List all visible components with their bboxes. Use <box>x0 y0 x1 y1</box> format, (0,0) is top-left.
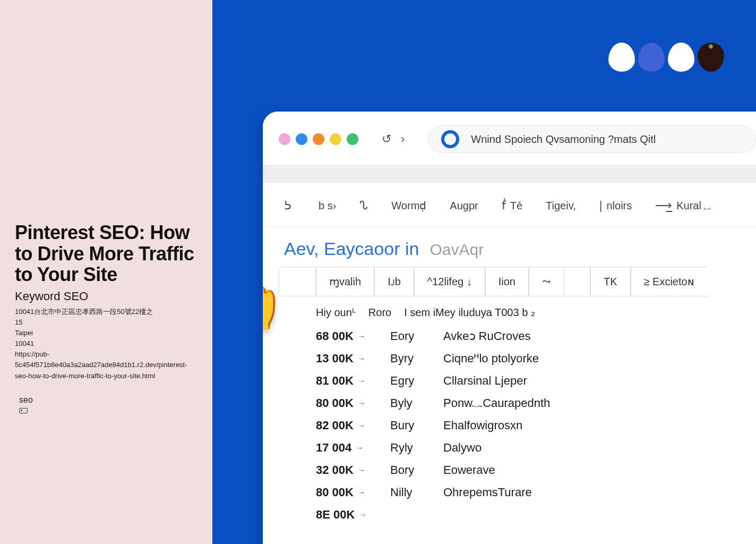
table-row[interactable]: 80 00K→BylyPonw⎵.Caurapednth <box>316 392 756 414</box>
toolbar-icon-5: ḟ <box>502 199 506 212</box>
row-volume: 17 004→ <box>316 441 374 455</box>
results-list: 68 00K→EoryAvkeɔ RuCroves 13 00K→ByryCiq… <box>263 322 756 526</box>
toolbar-item-1[interactable]: b s› <box>319 200 336 212</box>
table-row[interactable]: 32 00K→BoryEowerave <box>316 459 756 481</box>
address-bar[interactable]: Wnind Spoiech Qvsamoning ?mats Qitl <box>428 125 756 153</box>
filter-2[interactable]: ^12lifeg ↓ <box>414 267 485 296</box>
toolbar-item-2[interactable]: ᔐ <box>359 199 368 212</box>
toolbar-icon-0: ᕊ <box>284 199 291 212</box>
city: Taipei <box>15 328 197 338</box>
table-row[interactable]: 68 00K→EoryAvkeɔ RuCroves <box>316 325 756 347</box>
toolbar-item-8[interactable]: ⟶̲Kural ⎵ <box>655 199 710 212</box>
toolbar-icon-2: ᔐ <box>359 199 368 212</box>
dot-2 <box>296 133 307 145</box>
meta-block: 10041台北市中正區忠孝西路一段50號22樓之 15 Taipei 10041… <box>15 307 197 381</box>
section-heading: Aev, Eaycaoor in OavAqr <box>263 227 756 267</box>
logo-shape-1 <box>608 42 635 72</box>
window-controls <box>279 133 358 145</box>
reload-icon[interactable]: ↺ <box>382 132 391 146</box>
row-term: Ciqneᴴlo ptolyorke <box>443 352 539 366</box>
browser-window: ↺ › Wnind Spoiech Qvsamoning ?mats Qitl … <box>263 112 756 544</box>
row-term: Cllarsinal Ljeper <box>443 374 527 388</box>
summary-row: Hiy ounᴸ Roro I sem iMey iluduya T003 b … <box>263 296 756 322</box>
address-line-1: 10041台北市中正區忠孝西路一段50號22樓之 <box>15 307 197 317</box>
row-volume: 80 00K→ <box>316 486 374 499</box>
dot-5 <box>347 133 358 145</box>
logo-shape-2 <box>638 42 665 72</box>
filter-bar: 👆 ɱvalih Iᴊb ^12lifeg ↓ Iion ⤳ TK ≥ Exci… <box>263 267 756 296</box>
page-subtitle: Keyword SEO <box>15 290 197 303</box>
sidebar: Pinterest SEO: How to Drive More Traffic… <box>0 0 212 544</box>
row-term: Dalywo <box>443 441 482 455</box>
filter-5[interactable]: TK <box>590 267 631 296</box>
summary-c: I sem iMey iluduya T003 b ₂ <box>404 306 535 319</box>
row-volume: 8E 00K→ <box>316 508 374 522</box>
row-code: Egry <box>390 374 427 388</box>
row-code: Byry <box>390 352 427 366</box>
summary-b: Roro <box>368 307 391 319</box>
row-code: Bory <box>390 463 427 477</box>
filter-3[interactable]: Iion <box>485 267 529 296</box>
toolbar-icon-7: | <box>599 199 603 212</box>
toolbar-item-4[interactable]: Augpr <box>450 200 478 212</box>
forward-icon[interactable]: › <box>401 132 405 146</box>
filter-hand-slot: 👆 <box>279 267 316 296</box>
table-row[interactable]: 82 00K→BuryEhalfowigrosxn <box>316 414 756 437</box>
address-line-2: 15 <box>15 317 197 328</box>
logo-shape-4 <box>698 42 724 72</box>
toolbar-item-6[interactable]: Tigeiv, <box>546 200 576 212</box>
table-row[interactable]: 13 00K→ByryCiqneᴴlo ptolyorke <box>316 347 756 370</box>
toolbar-icon-8: ⟶̲ <box>655 199 672 212</box>
dot-4 <box>330 133 341 145</box>
row-volume: 82 00K→ <box>316 419 374 432</box>
search-engine-icon <box>441 130 459 148</box>
toolbar-item-0[interactable]: ᕊ <box>284 199 295 212</box>
row-term: Eowerave <box>443 463 495 477</box>
row-code: Bury <box>390 419 427 432</box>
filter-0[interactable]: ɱvalih <box>316 267 374 296</box>
filter-6[interactable]: ≥ Excietoɴ <box>631 267 707 296</box>
row-term: OhrepemsTurare <box>443 486 532 499</box>
seo-box: seo <box>15 395 197 413</box>
postcode: 10041 <box>15 338 197 349</box>
filter-4[interactable]: ⤳ <box>529 267 564 296</box>
table-row[interactable]: 80 00K→NillyOhrepemsTurare <box>316 481 756 504</box>
row-term: Ehalfowigrosxn <box>443 419 522 432</box>
row-term: Avkeɔ RuCroves <box>443 329 530 343</box>
logo-shape-3 <box>668 42 694 72</box>
toolbar: ᕊ b s› ᔐ Wormḍ Augpr ḟTē Tigeiv, |nloirs… <box>263 183 756 227</box>
heading-sub: OavAqr <box>430 241 484 259</box>
row-code: Ryly <box>390 441 427 455</box>
image-icon <box>19 408 28 413</box>
hero-area: ↺ › Wnind Spoiech Qvsamoning ?mats Qitl … <box>212 0 756 544</box>
canonical-url: https://pub-5c454f571b8e40a3a2aad27ade84… <box>15 349 197 381</box>
row-volume: 80 00K→ <box>316 396 374 410</box>
row-volume: 68 00K→ <box>316 329 374 343</box>
heading-main: Aev, Eaycaoor in <box>284 239 419 259</box>
toolbar-item-7[interactable]: |nloirs <box>599 199 632 212</box>
row-code: Eory <box>390 329 427 343</box>
toolbar-item-5[interactable]: ḟTē <box>502 199 522 212</box>
row-code: Nilly <box>390 486 427 499</box>
row-term: Ponw⎵.Caurapednth <box>443 396 550 410</box>
row-volume: 32 00K→ <box>316 463 374 477</box>
dot-1 <box>279 133 290 145</box>
table-row[interactable]: 81 00K→EgryCllarsinal Ljeper <box>316 370 756 392</box>
browser-chrome: ↺ › Wnind Spoiech Qvsamoning ?mats Qitl <box>263 112 756 165</box>
seo-label: seo <box>15 395 197 405</box>
row-code: Byly <box>390 396 427 410</box>
table-row[interactable]: 17 004→RylyDalywo <box>316 437 756 459</box>
row-volume: 13 00K→ <box>316 352 374 366</box>
address-text: Wnind Spoiech Qvsamoning ?mats Qitl <box>471 133 656 146</box>
toolbar-item-3[interactable]: Wormḍ <box>391 199 426 212</box>
summary-a: Hiy ounᴸ <box>316 306 356 319</box>
logo-cluster <box>608 42 724 72</box>
page-title: Pinterest SEO: How to Drive More Traffic… <box>15 222 197 285</box>
row-volume: 81 00K→ <box>316 374 374 388</box>
dot-3 <box>313 133 324 145</box>
table-row[interactable]: 8E 00K→ <box>316 504 756 526</box>
filter-1[interactable]: Iᴊb <box>374 267 414 296</box>
